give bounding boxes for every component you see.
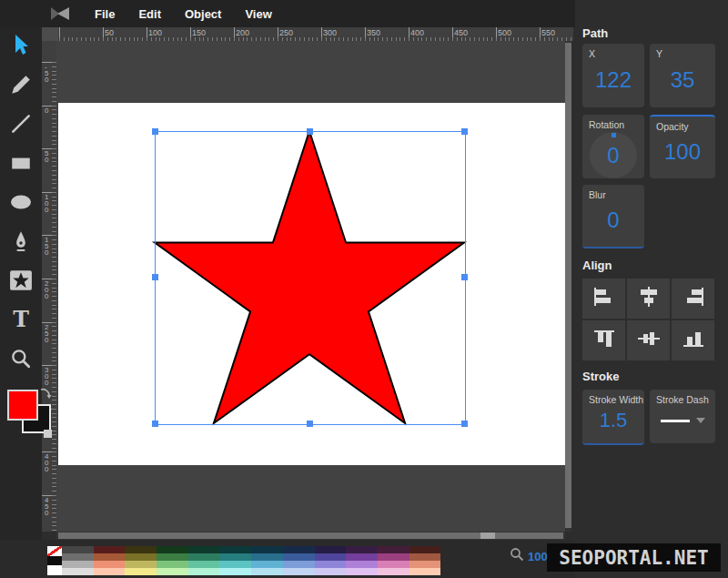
align-center-button[interactable] xyxy=(627,279,670,319)
palette-swatch[interactable] xyxy=(346,568,378,575)
align-left-button[interactable] xyxy=(582,279,625,319)
palette-swatch[interactable] xyxy=(94,568,126,575)
zoom-level[interactable]: 100 xyxy=(528,550,548,563)
palette-swatch[interactable] xyxy=(125,553,157,561)
selection-handle[interactable] xyxy=(461,274,468,280)
tool-zoom-button[interactable] xyxy=(0,340,42,380)
palette-swatch[interactable] xyxy=(378,561,410,568)
palette-swatch[interactable] xyxy=(188,546,220,553)
palette-swatch[interactable] xyxy=(188,561,220,568)
stroke-dash-select[interactable]: Stroke Dash xyxy=(650,390,715,443)
blur-value[interactable]: 0 xyxy=(582,200,644,247)
palette-swatch[interactable] xyxy=(219,568,251,575)
palette-swatch[interactable] xyxy=(378,553,410,561)
palette-swatch[interactable] xyxy=(315,561,347,568)
palette-swatch[interactable] xyxy=(94,561,126,568)
selection-handle[interactable] xyxy=(307,421,313,427)
tool-rectangle-button[interactable] xyxy=(0,145,42,184)
palette-swatch[interactable] xyxy=(62,553,94,561)
palette-swatch[interactable] xyxy=(157,568,188,575)
palette-swatch[interactable] xyxy=(410,553,441,561)
black-swatch[interactable] xyxy=(47,556,62,566)
palette-swatch[interactable] xyxy=(157,553,188,561)
palette-swatch[interactable] xyxy=(219,553,251,561)
fill-color-swatch[interactable] xyxy=(7,390,38,421)
palette-swatch[interactable] xyxy=(346,553,378,561)
selection-handle[interactable] xyxy=(152,128,158,135)
horizontal-scrollbar[interactable] xyxy=(56,532,565,540)
menu-item-object[interactable]: Object xyxy=(185,7,221,21)
align-right-button[interactable] xyxy=(672,279,714,319)
tool-pointer-button[interactable] xyxy=(0,27,42,66)
palette-swatch[interactable] xyxy=(157,561,188,568)
rotation-dial[interactable]: 0 xyxy=(590,132,637,178)
palette-swatch[interactable] xyxy=(125,561,157,568)
palette-swatch[interactable] xyxy=(219,561,251,568)
palette-swatch[interactable] xyxy=(283,546,315,553)
tool-pencil-button[interactable] xyxy=(0,66,42,106)
vertical-scrollbar[interactable] xyxy=(565,41,571,532)
selection-handle[interactable] xyxy=(461,128,468,135)
stroke-width-field[interactable]: Stroke Width 1.5 xyxy=(582,390,644,445)
selection-box[interactable] xyxy=(155,131,466,425)
selection-handle[interactable] xyxy=(307,128,313,135)
no-color-swatch[interactable] xyxy=(47,546,62,556)
palette-swatch[interactable] xyxy=(283,561,315,568)
stroke-width-value[interactable]: 1.5 xyxy=(582,405,644,443)
rotation-value[interactable]: 0 xyxy=(607,143,619,168)
menu-item-file[interactable]: File xyxy=(95,7,115,21)
palette-swatch[interactable] xyxy=(62,561,94,568)
palette-swatch[interactable] xyxy=(251,568,283,575)
palette-swatch[interactable] xyxy=(410,561,441,568)
selection-handle[interactable] xyxy=(152,421,158,427)
palette-swatch[interactable] xyxy=(283,553,315,561)
y-value[interactable]: 35 xyxy=(650,59,715,107)
canvas-viewport[interactable] xyxy=(56,41,565,532)
palette-swatch[interactable] xyxy=(219,546,251,553)
default-colors-icon[interactable] xyxy=(44,430,52,438)
x-value[interactable]: 122 xyxy=(582,59,644,107)
palette-swatch[interactable] xyxy=(125,568,157,575)
palette-swatch[interactable] xyxy=(125,546,157,553)
palette-swatch[interactable] xyxy=(346,546,378,553)
opacity-value[interactable]: 100 xyxy=(650,132,715,178)
tool-text-button[interactable]: T xyxy=(0,301,42,340)
zoom-control[interactable]: 100 xyxy=(510,547,548,565)
palette-swatch[interactable] xyxy=(188,553,220,561)
align-top-button[interactable] xyxy=(582,320,625,360)
tool-line-button[interactable] xyxy=(0,106,42,145)
white-swatch[interactable] xyxy=(47,565,62,575)
palette-swatch[interactable] xyxy=(410,568,441,575)
palette-swatch[interactable] xyxy=(251,553,283,561)
tool-pen-button[interactable] xyxy=(0,223,42,262)
align-middle-button[interactable] xyxy=(627,320,670,360)
palette-swatch[interactable] xyxy=(378,546,410,553)
palette-swatch[interactable] xyxy=(378,568,410,575)
opacity-field[interactable]: Opacity 100 xyxy=(650,115,715,178)
align-bottom-button[interactable] xyxy=(672,320,714,360)
y-field[interactable]: Y 35 xyxy=(650,44,715,107)
blur-field[interactable]: Blur 0 xyxy=(582,185,644,248)
menu-item-view[interactable]: View xyxy=(245,7,271,21)
tool-ellipse-button[interactable] xyxy=(0,184,42,223)
palette-swatch[interactable] xyxy=(283,568,315,575)
palette-swatch[interactable] xyxy=(346,561,378,568)
palette-swatch[interactable] xyxy=(251,561,283,568)
palette-swatch[interactable] xyxy=(315,553,347,561)
x-field[interactable]: X 122 xyxy=(582,44,644,107)
palette-swatch[interactable] xyxy=(94,546,126,553)
palette-swatch[interactable] xyxy=(188,568,220,575)
palette-swatch[interactable] xyxy=(251,546,283,553)
palette-swatch[interactable] xyxy=(410,546,441,553)
swap-colors-icon[interactable] xyxy=(38,386,53,404)
palette-swatch[interactable] xyxy=(62,546,94,553)
palette-swatch[interactable] xyxy=(94,553,126,561)
selection-handle[interactable] xyxy=(152,274,158,280)
palette-swatch[interactable] xyxy=(157,546,188,553)
selection-handle[interactable] xyxy=(461,421,468,427)
tool-star-button[interactable] xyxy=(0,262,42,301)
palette-swatch[interactable] xyxy=(315,546,347,553)
palette-swatch[interactable] xyxy=(315,568,347,575)
rotation-field[interactable]: Rotation 0 xyxy=(582,115,644,178)
menu-item-edit[interactable]: Edit xyxy=(138,7,161,21)
